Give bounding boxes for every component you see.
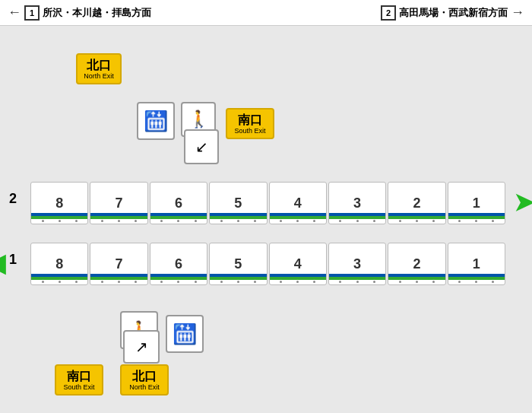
car-p2-7: 7 [90,182,147,224]
north-exit-top-romaji: North Exit [84,72,114,80]
platform2-label: 2 [9,191,17,207]
platform2-direction-arrow: ➤ [514,188,532,217]
south-exit-bottom: 南口 South Exit [55,364,103,396]
elevator-icon-top: 🛗 [137,102,175,140]
escalator-icon-top: ↙ [184,129,219,164]
escalator-symbol-bottom: ↗ [135,338,148,356]
header: ← 1 所沢・本川越・拝島方面 2 高田馬場・西武新宿方面 → [0,0,532,26]
north-exit-top-kanji: 北口 [84,58,114,72]
car-p2-1: 1 [448,182,505,224]
platform2-cars: 8 7 6 5 4 [30,182,505,224]
main-diagram: 北口 North Exit 🛗 🚶 ↙ 南口 South Exit 2 ➤ 8 … [0,26,532,413]
escalator-symbol-top: ↙ [195,138,208,156]
elevator-symbol-top: 🛗 [144,110,168,133]
car-p2-6: 6 [150,182,207,224]
north-exit-bottom: 北口 North Exit [120,364,169,396]
north-exit-bottom-romaji: North Exit [128,383,161,391]
elevator-symbol-bottom: 🛗 [173,322,197,346]
platform1-box: 1 [24,5,40,21]
elevator-icon-bottom: 🛗 [166,315,204,353]
header-left: ← 1 所沢・本川越・拝島方面 [8,5,151,21]
south-exit-top-romaji: South Exit [233,127,267,135]
escalator-icon-bottom: ↗ [123,330,160,364]
car-p1-5: 5 [209,243,267,285]
platform2-destination: 高田馬場・西武新宿方面 [399,6,508,20]
platform1-section: 1 ◀ 8 7 6 5 [30,243,505,285]
car-p2-2: 2 [388,182,445,224]
car-p1-4: 4 [269,243,327,285]
car-p2-5: 5 [209,182,267,224]
north-exit-top: 北口 North Exit [76,53,122,84]
stair-symbol-top: 🚶 [188,110,209,129]
platform1-label: 1 [9,252,17,268]
car-p1-3: 3 [328,243,386,285]
car-p1-1: 1 [448,243,505,285]
platform2-section: 2 ➤ 8 7 6 5 [30,182,505,224]
south-exit-top-kanji: 南口 [233,113,267,127]
platform1-cars: 8 7 6 5 4 [30,243,505,285]
left-arrow-icon: ← [8,5,21,21]
car-p2-3: 3 [328,182,386,224]
south-exit-top: 南口 South Exit [226,108,274,139]
platform1-destination: 所沢・本川越・拝島方面 [43,6,151,20]
car-p1-6: 6 [150,243,207,285]
north-exit-bottom-kanji: 北口 [128,369,161,383]
car-p2-4: 4 [269,182,327,224]
south-exit-bottom-romaji: South Exit [62,383,96,391]
platform2-box: 2 [381,5,396,21]
right-arrow-icon: → [511,5,524,21]
platform1-direction-arrow: ◀ [0,249,5,278]
car-p2-8: 8 [30,182,88,224]
header-right: 2 高田馬場・西武新宿方面 → [381,5,524,21]
car-p1-7: 7 [90,243,147,285]
south-exit-bottom-kanji: 南口 [62,369,96,383]
car-p1-8: 8 [30,243,88,285]
car-p1-2: 2 [388,243,445,285]
